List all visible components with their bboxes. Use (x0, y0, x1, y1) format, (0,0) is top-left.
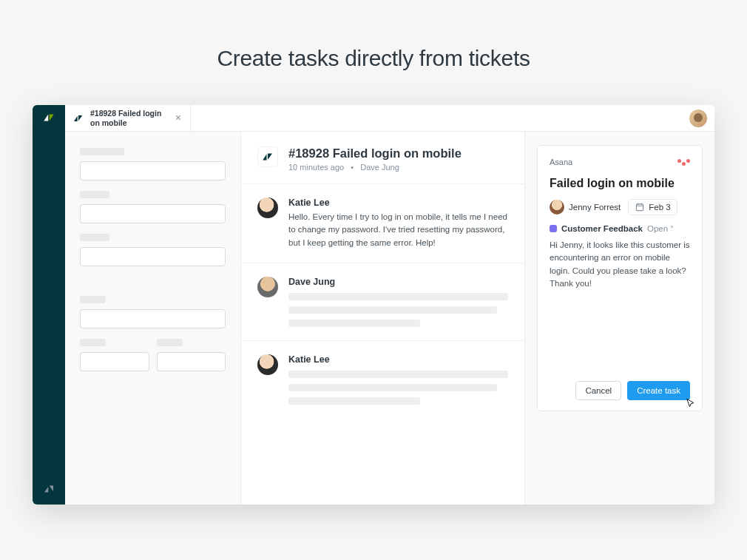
ticket-properties-sidebar (65, 132, 241, 505)
project-color-icon (550, 225, 557, 232)
ticket-source-icon (257, 146, 278, 167)
current-user-avatar[interactable] (689, 109, 707, 127)
cancel-button[interactable]: Cancel (575, 381, 621, 400)
tab-title: #18928 Failed login on mobile (90, 109, 168, 126)
left-rail (33, 105, 65, 505)
ticket-meta: 10 minutes ago • Dave Jung (288, 163, 462, 172)
message: Dave Jung (241, 263, 524, 341)
close-icon[interactable]: × (174, 112, 183, 124)
conversation-pane: #18928 Failed login on mobile 10 minutes… (241, 132, 525, 505)
message-author: Katie Lee (288, 354, 508, 365)
page-title: Create tasks directly from tickets (0, 46, 747, 71)
placeholder-input[interactable] (157, 352, 226, 371)
avatar (257, 354, 278, 375)
placeholder-text (288, 397, 420, 405)
placeholder-label (80, 234, 109, 241)
placeholder-input[interactable] (80, 309, 226, 328)
task-title: Failed login on mobile (550, 177, 690, 190)
placeholder-text (288, 293, 508, 300)
top-bar: #18928 Failed login on mobile × (65, 105, 714, 132)
placeholder-label (80, 148, 124, 155)
placeholder-text (288, 371, 508, 378)
zendesk-logo-icon (42, 111, 55, 124)
ticket-title: #18928 Failed login on mobile (288, 146, 462, 161)
placeholder-text (288, 306, 497, 314)
placeholder-input[interactable] (80, 352, 149, 371)
asana-logo-icon (677, 159, 690, 166)
placeholder-input[interactable] (80, 161, 226, 181)
zendesk-mark-icon (42, 482, 55, 496)
message-author: Katie Lee (288, 198, 508, 208)
placeholder-label (80, 339, 106, 346)
message-body: Hello. Every time I try to log in on mob… (288, 211, 508, 249)
ticket-tab[interactable]: #18928 Failed login on mobile × (65, 105, 191, 131)
project-name: Customer Feedback (561, 224, 643, 233)
task-description: Hi Jenny, it looks like this customer is… (550, 239, 690, 290)
due-date: Feb 3 (649, 203, 670, 212)
cursor-icon (684, 397, 697, 411)
ticket-timestamp: 10 minutes ago (288, 163, 344, 172)
assignee-chip[interactable]: Jenny Forrest (550, 200, 621, 215)
ticket-icon (72, 112, 84, 124)
app-window: #18928 Failed login on mobile × (33, 105, 714, 505)
placeholder-label (157, 339, 183, 346)
placeholder-label (80, 191, 109, 198)
project-status[interactable]: Open (647, 224, 674, 233)
conversation-header: #18928 Failed login on mobile 10 minutes… (241, 132, 524, 184)
placeholder-input[interactable] (80, 204, 226, 223)
placeholder-text (288, 320, 420, 327)
asana-app-label: Asana (550, 158, 572, 166)
app-body: #18928 Failed login on mobile 10 minutes… (65, 132, 714, 505)
due-date-chip[interactable]: Feb 3 (628, 199, 677, 215)
assignee-name: Jenny Forrest (569, 203, 621, 212)
message: Katie Lee (241, 341, 524, 418)
assignee-avatar (550, 200, 564, 215)
placeholder-text (288, 384, 497, 391)
avatar (257, 198, 278, 218)
create-task-button[interactable]: Create task (627, 381, 690, 400)
project-row[interactable]: Customer Feedback Open (550, 224, 690, 233)
placeholder-input[interactable] (80, 247, 226, 266)
message-author: Dave Jung (288, 277, 508, 287)
ticket-reporter: Dave Jung (360, 163, 399, 172)
placeholder-label (80, 296, 106, 303)
svg-rect-0 (637, 204, 643, 211)
asana-create-task-card: Asana Failed login on mobile Jenny Forre… (537, 145, 703, 411)
message: Katie Lee Hello. Every time I try to log… (241, 184, 524, 263)
avatar (257, 277, 278, 297)
apps-sidebar: Asana Failed login on mobile Jenny Forre… (525, 132, 714, 505)
